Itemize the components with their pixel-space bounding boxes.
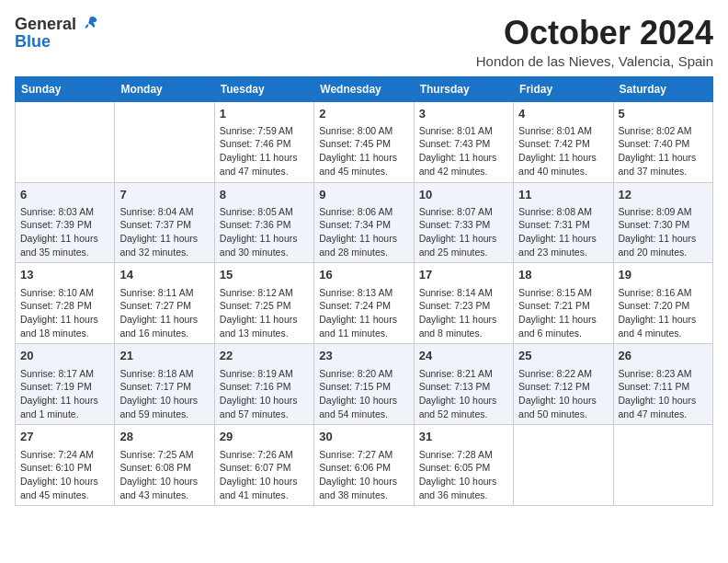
calendar-table: SundayMondayTuesdayWednesdayThursdayFrid… <box>15 76 713 507</box>
header: General Blue October 2024 Hondon de las … <box>15 15 713 69</box>
calendar-cell: 25Sunrise: 8:22 AMSunset: 7:12 PMDayligh… <box>514 344 613 425</box>
calendar-cell: 11Sunrise: 8:08 AMSunset: 7:31 PMDayligh… <box>514 182 613 263</box>
column-header-tuesday: Tuesday <box>214 76 313 101</box>
calendar-week-row: 1Sunrise: 7:59 AMSunset: 7:46 PMDaylight… <box>16 101 713 182</box>
day-number: 23 <box>319 348 408 364</box>
calendar-week-row: 13Sunrise: 8:10 AMSunset: 7:28 PMDayligh… <box>16 263 713 344</box>
calendar-cell <box>613 425 712 506</box>
day-number: 26 <box>619 348 708 364</box>
month-title: October 2024 <box>476 15 713 52</box>
day-info: Sunrise: 8:12 AMSunset: 7:25 PMDaylight:… <box>220 286 309 340</box>
day-info: Sunrise: 7:24 AMSunset: 6:10 PMDaylight:… <box>20 448 109 502</box>
calendar-cell: 31Sunrise: 7:28 AMSunset: 6:05 PMDayligh… <box>414 425 513 506</box>
day-number: 4 <box>518 106 608 122</box>
day-info: Sunrise: 8:13 AMSunset: 7:24 PMDaylight:… <box>319 286 408 340</box>
calendar-cell: 1Sunrise: 7:59 AMSunset: 7:46 PMDaylight… <box>214 101 313 182</box>
calendar-cell: 16Sunrise: 8:13 AMSunset: 7:24 PMDayligh… <box>314 263 414 344</box>
calendar-cell: 8Sunrise: 8:05 AMSunset: 7:36 PMDaylight… <box>214 182 313 263</box>
calendar-cell: 20Sunrise: 8:17 AMSunset: 7:19 PMDayligh… <box>16 344 115 425</box>
calendar-cell: 30Sunrise: 7:27 AMSunset: 6:06 PMDayligh… <box>314 425 414 506</box>
day-number: 1 <box>220 106 309 122</box>
calendar-cell: 15Sunrise: 8:12 AMSunset: 7:25 PMDayligh… <box>214 263 313 344</box>
day-info: Sunrise: 8:18 AMSunset: 7:17 PMDaylight:… <box>119 367 209 421</box>
day-number: 14 <box>119 267 209 283</box>
day-info: Sunrise: 8:01 AMSunset: 7:43 PMDaylight:… <box>419 124 508 178</box>
day-number: 21 <box>119 348 209 364</box>
calendar-cell: 6Sunrise: 8:03 AMSunset: 7:39 PMDaylight… <box>16 182 115 263</box>
logo-general-text: General <box>15 15 76 34</box>
calendar-cell: 28Sunrise: 7:25 AMSunset: 6:08 PMDayligh… <box>115 425 214 506</box>
calendar-cell: 21Sunrise: 8:18 AMSunset: 7:17 PMDayligh… <box>115 344 214 425</box>
calendar-cell: 9Sunrise: 8:06 AMSunset: 7:34 PMDaylight… <box>314 182 414 263</box>
day-number: 17 <box>419 267 508 283</box>
calendar-cell: 10Sunrise: 8:07 AMSunset: 7:33 PMDayligh… <box>414 182 513 263</box>
calendar-week-row: 27Sunrise: 7:24 AMSunset: 6:10 PMDayligh… <box>16 425 713 506</box>
location-title: Hondon de las Nieves, Valencia, Spain <box>476 53 713 69</box>
calendar-cell <box>514 425 613 506</box>
calendar-cell <box>16 101 115 182</box>
calendar-cell: 17Sunrise: 8:14 AMSunset: 7:23 PMDayligh… <box>414 263 513 344</box>
day-number: 20 <box>20 348 109 364</box>
calendar-cell: 19Sunrise: 8:16 AMSunset: 7:20 PMDayligh… <box>613 263 712 344</box>
day-info: Sunrise: 7:28 AMSunset: 6:05 PMDaylight:… <box>419 448 508 502</box>
day-info: Sunrise: 8:19 AMSunset: 7:16 PMDaylight:… <box>220 367 309 421</box>
column-header-friday: Friday <box>514 76 613 101</box>
calendar-cell: 29Sunrise: 7:26 AMSunset: 6:07 PMDayligh… <box>214 425 313 506</box>
logo-bird-icon <box>79 14 99 34</box>
day-info: Sunrise: 8:04 AMSunset: 7:37 PMDaylight:… <box>119 205 209 259</box>
column-header-monday: Monday <box>115 76 214 101</box>
day-info: Sunrise: 8:10 AMSunset: 7:28 PMDaylight:… <box>20 286 109 340</box>
day-number: 9 <box>319 187 408 203</box>
calendar-cell <box>115 101 214 182</box>
column-header-saturday: Saturday <box>613 76 712 101</box>
day-info: Sunrise: 8:14 AMSunset: 7:23 PMDaylight:… <box>419 286 508 340</box>
calendar-cell: 22Sunrise: 8:19 AMSunset: 7:16 PMDayligh… <box>214 344 313 425</box>
day-info: Sunrise: 8:16 AMSunset: 7:20 PMDaylight:… <box>619 286 708 340</box>
day-info: Sunrise: 8:21 AMSunset: 7:13 PMDaylight:… <box>419 367 508 421</box>
day-number: 19 <box>619 267 708 283</box>
day-number: 24 <box>419 348 508 364</box>
day-number: 28 <box>119 429 209 445</box>
day-info: Sunrise: 8:08 AMSunset: 7:31 PMDaylight:… <box>518 205 608 259</box>
day-number: 18 <box>518 267 608 283</box>
day-number: 16 <box>319 267 408 283</box>
day-number: 22 <box>220 348 309 364</box>
calendar-cell: 2Sunrise: 8:00 AMSunset: 7:45 PMDaylight… <box>314 101 414 182</box>
day-info: Sunrise: 8:11 AMSunset: 7:27 PMDaylight:… <box>119 286 209 340</box>
day-info: Sunrise: 8:22 AMSunset: 7:12 PMDaylight:… <box>518 367 608 421</box>
logo-blue-text: Blue <box>15 32 51 52</box>
day-number: 31 <box>419 429 508 445</box>
day-number: 3 <box>419 106 508 122</box>
day-number: 27 <box>20 429 109 445</box>
calendar-header-row: SundayMondayTuesdayWednesdayThursdayFrid… <box>16 76 713 101</box>
calendar-cell: 13Sunrise: 8:10 AMSunset: 7:28 PMDayligh… <box>16 263 115 344</box>
day-number: 11 <box>518 187 608 203</box>
calendar-cell: 23Sunrise: 8:20 AMSunset: 7:15 PMDayligh… <box>314 344 414 425</box>
day-info: Sunrise: 8:23 AMSunset: 7:11 PMDaylight:… <box>619 367 708 421</box>
day-number: 13 <box>20 267 109 283</box>
day-number: 25 <box>518 348 608 364</box>
column-header-thursday: Thursday <box>414 76 513 101</box>
day-info: Sunrise: 7:27 AMSunset: 6:06 PMDaylight:… <box>319 448 408 502</box>
column-header-wednesday: Wednesday <box>314 76 414 101</box>
day-info: Sunrise: 8:03 AMSunset: 7:39 PMDaylight:… <box>20 205 109 259</box>
day-number: 2 <box>319 106 408 122</box>
calendar-cell: 4Sunrise: 8:01 AMSunset: 7:42 PMDaylight… <box>514 101 613 182</box>
day-number: 12 <box>619 187 708 203</box>
day-number: 10 <box>419 187 508 203</box>
title-area: October 2024 Hondon de las Nieves, Valen… <box>476 15 713 69</box>
day-info: Sunrise: 8:15 AMSunset: 7:21 PMDaylight:… <box>518 286 608 340</box>
calendar-cell: 14Sunrise: 8:11 AMSunset: 7:27 PMDayligh… <box>115 263 214 344</box>
day-number: 7 <box>119 187 209 203</box>
calendar-week-row: 20Sunrise: 8:17 AMSunset: 7:19 PMDayligh… <box>16 344 713 425</box>
day-info: Sunrise: 8:20 AMSunset: 7:15 PMDaylight:… <box>319 367 408 421</box>
day-number: 5 <box>619 106 708 122</box>
day-info: Sunrise: 7:59 AMSunset: 7:46 PMDaylight:… <box>220 124 309 178</box>
day-number: 6 <box>20 187 109 203</box>
calendar-cell: 7Sunrise: 8:04 AMSunset: 7:37 PMDaylight… <box>115 182 214 263</box>
calendar-cell: 5Sunrise: 8:02 AMSunset: 7:40 PMDaylight… <box>613 101 712 182</box>
calendar-cell: 18Sunrise: 8:15 AMSunset: 7:21 PMDayligh… <box>514 263 613 344</box>
day-number: 15 <box>220 267 309 283</box>
day-number: 30 <box>319 429 408 445</box>
calendar-cell: 24Sunrise: 8:21 AMSunset: 7:13 PMDayligh… <box>414 344 513 425</box>
